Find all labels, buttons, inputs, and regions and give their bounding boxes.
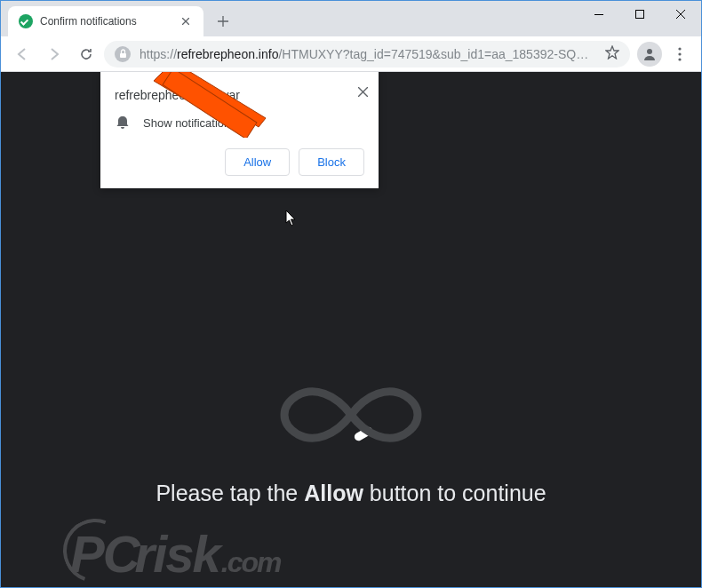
- instruction-text: Please tap the Allow button to continue: [1, 481, 701, 506]
- forward-button[interactable]: [40, 40, 68, 68]
- watermark: PC risk .com: [70, 524, 280, 584]
- infinity-spinner-icon: [273, 374, 429, 456]
- reload-icon: [79, 47, 93, 61]
- browser-window: Confirm notifications https://refrebreph…: [0, 0, 702, 588]
- url-path: /HTMUXYY?tag_id=747519&sub_id1=aa_185392…: [278, 47, 596, 61]
- menu-button[interactable]: [666, 40, 694, 68]
- maximize-button[interactable]: [619, 0, 660, 28]
- toolbar: https://refrebrepheon.info/HTMUXYY?tag_i…: [1, 36, 701, 72]
- browser-tab[interactable]: Confirm notifications: [8, 6, 203, 36]
- url-host: refrebrepheon.info: [177, 47, 278, 61]
- minimize-icon: [594, 14, 603, 15]
- svg-point-6: [678, 58, 681, 60]
- close-icon: [358, 87, 368, 97]
- svg-point-4: [678, 47, 681, 50]
- allow-button[interactable]: Allow: [225, 148, 290, 176]
- star-icon: [605, 45, 619, 60]
- watermark-risk: risk: [135, 524, 219, 584]
- back-button[interactable]: [8, 40, 36, 68]
- svg-rect-2: [120, 53, 126, 58]
- svg-rect-1: [636, 11, 644, 19]
- dots-vertical-icon: [678, 47, 682, 61]
- instruction-suffix: button to continue: [363, 481, 546, 505]
- site-info-button[interactable]: [115, 46, 131, 62]
- maximize-icon: [635, 10, 644, 19]
- plus-icon: [218, 16, 228, 27]
- watermark-pc: PC: [70, 524, 139, 584]
- svg-point-3: [647, 49, 652, 54]
- arrow-left-icon: [15, 47, 29, 61]
- lock-icon: [119, 49, 127, 59]
- url-text: https://refrebrepheon.info/HTMUXYY?tag_i…: [140, 47, 596, 61]
- tab-title: Confirm notifications: [40, 15, 137, 28]
- address-bar[interactable]: https://refrebrepheon.info/HTMUXYY?tag_i…: [104, 41, 630, 68]
- cursor-icon: [285, 210, 298, 227]
- svg-rect-0: [594, 14, 603, 15]
- page-content: refrebrepheon.info war Show notification…: [1, 72, 701, 587]
- bell-icon: [115, 115, 131, 131]
- block-button[interactable]: Block: [299, 148, 364, 176]
- prompt-message: Show notifications: [143, 116, 236, 130]
- instruction-prefix: Please tap the: [156, 481, 304, 505]
- new-tab-button[interactable]: [211, 9, 235, 34]
- prompt-close-button[interactable]: [358, 83, 368, 101]
- checkmark-favicon-icon: [19, 14, 33, 28]
- watermark-com: .com: [221, 546, 281, 579]
- url-scheme: https://: [140, 47, 177, 61]
- window-close-button[interactable]: [660, 0, 701, 28]
- notification-permission-prompt: refrebrepheon.info war Show notification…: [100, 72, 379, 188]
- bookmark-button[interactable]: [605, 45, 619, 62]
- tab-bar: Confirm notifications: [1, 1, 701, 36]
- prompt-origin: refrebrepheon.info war: [115, 88, 364, 102]
- instruction-bold: Allow: [304, 481, 363, 505]
- svg-point-5: [678, 52, 681, 55]
- person-icon: [642, 46, 658, 62]
- close-icon: [676, 10, 685, 19]
- reload-button[interactable]: [72, 40, 100, 68]
- profile-button[interactable]: [637, 42, 662, 67]
- minimize-button[interactable]: [578, 0, 619, 28]
- close-icon: [182, 18, 189, 25]
- tab-close-button[interactable]: [179, 14, 193, 28]
- arrow-right-icon: [47, 47, 61, 61]
